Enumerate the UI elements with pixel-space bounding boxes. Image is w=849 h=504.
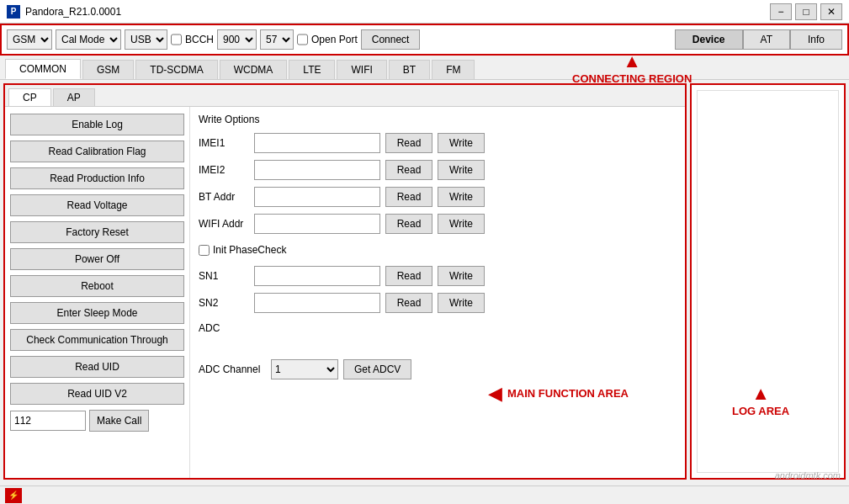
imei2-label: IMEI2 <box>199 164 249 176</box>
left-panel: CP AP Enable Log Read Calibration Flag R… <box>3 83 687 480</box>
gsm-select[interactable]: GSM <box>7 29 52 50</box>
factory-reset-button[interactable]: Factory Reset <box>10 221 184 243</box>
sn1-row: SN1 Read Write <box>199 265 677 287</box>
cal-mode-select[interactable]: Cal Mode <box>56 29 121 50</box>
sn1-input[interactable] <box>254 266 380 286</box>
reboot-button[interactable]: Reboot <box>10 275 184 297</box>
sn2-read-button[interactable]: Read <box>385 293 432 313</box>
init-phase-checkbox[interactable] <box>199 245 210 256</box>
write-options-panel: Write Options IMEI1 Read Write IMEI2 Rea… <box>190 107 685 478</box>
bt-addr-input[interactable] <box>254 187 380 207</box>
maximize-button[interactable]: □ <box>795 3 817 20</box>
bcch-value-select[interactable]: 900 <box>217 29 257 50</box>
sub-tabs: CP AP <box>5 85 685 107</box>
enable-log-button[interactable]: Enable Log <box>10 114 184 135</box>
read-production-info-button[interactable]: Read Production Info <box>10 167 184 189</box>
bottom-bar: ⚡ <box>0 485 849 504</box>
bt-addr-label: BT Addr <box>199 191 249 203</box>
imei1-input[interactable] <box>254 133 380 153</box>
connect-button[interactable]: Connect <box>361 29 421 50</box>
sn2-input[interactable] <box>254 293 380 313</box>
imei2-read-button[interactable]: Read <box>385 160 432 180</box>
wifi-addr-row: WIFI Addr Read Write <box>199 213 677 235</box>
tab-td-scdma[interactable]: TD-SCDMA <box>135 60 217 79</box>
button-column: Enable Log Read Calibration Flag Read Pr… <box>5 107 190 478</box>
watermark: androidmtk.com <box>775 470 841 480</box>
channel-select[interactable]: 57 <box>260 29 294 50</box>
main-area: CP AP Enable Log Read Calibration Flag R… <box>0 80 849 483</box>
usb-select[interactable]: USB <box>125 29 167 50</box>
write-options-title: Write Options <box>199 114 677 125</box>
sn1-label: SN1 <box>199 270 249 282</box>
init-phase-label: Init PhaseCheck <box>213 244 286 256</box>
tab-gsm[interactable]: GSM <box>82 60 134 79</box>
sn2-row: SN2 Read Write <box>199 292 677 314</box>
sn2-label: SN2 <box>199 297 249 309</box>
read-calibration-flag-button[interactable]: Read Calibration Flag <box>10 141 184 162</box>
toolbar: GSM Cal Mode USB BCCH 900 57 Open Port C… <box>0 24 849 56</box>
bcch-checkbox[interactable] <box>171 29 182 50</box>
at-button[interactable]: AT <box>743 29 790 50</box>
subtab-cp[interactable]: CP <box>8 88 51 106</box>
imei1-label: IMEI1 <box>199 137 249 149</box>
imei1-write-button[interactable]: Write <box>438 133 485 153</box>
enter-sleep-mode-button[interactable]: Enter Sleep Mode <box>10 302 184 324</box>
right-panel <box>690 83 846 480</box>
usb-icon: ⚡ <box>5 488 22 503</box>
read-uid-button[interactable]: Read UID <box>10 356 184 378</box>
tab-wifi[interactable]: WIFI <box>337 60 386 79</box>
imei1-read-button[interactable]: Read <box>385 133 432 153</box>
power-off-button[interactable]: Power Off <box>10 248 184 270</box>
subtab-ap[interactable]: AP <box>53 88 95 106</box>
tab-wcdma[interactable]: WCDMA <box>220 60 288 79</box>
bt-addr-read-button[interactable]: Read <box>385 187 432 207</box>
wifi-addr-write-button[interactable]: Write <box>438 214 485 234</box>
phone-row: Make Call <box>10 410 184 432</box>
open-port-checkbox[interactable] <box>297 29 308 50</box>
app-icon: P <box>7 5 20 19</box>
imei2-row: IMEI2 Read Write <box>199 159 677 181</box>
bt-addr-write-button[interactable]: Write <box>438 187 485 207</box>
log-area <box>697 90 839 473</box>
imei2-input[interactable] <box>254 160 380 180</box>
adc-channel-select[interactable]: 1 <box>271 359 338 379</box>
info-button[interactable]: Info <box>790 29 842 50</box>
wifi-addr-read-button[interactable]: Read <box>385 214 432 234</box>
minimize-button[interactable]: − <box>770 3 792 20</box>
bt-addr-row: BT Addr Read Write <box>199 186 677 208</box>
init-phase-row: Init PhaseCheck <box>199 240 677 260</box>
open-port-label: Open Port <box>311 34 358 45</box>
sn2-write-button[interactable]: Write <box>438 293 485 313</box>
tab-lte[interactable]: LTE <box>289 60 335 79</box>
make-call-button[interactable]: Make Call <box>89 410 149 432</box>
get-adcv-button[interactable]: Get ADCV <box>343 359 411 379</box>
adc-section: ADC ADC Channel 1 Get ADCV <box>199 322 677 379</box>
adc-channel-label: ADC Channel <box>199 363 266 375</box>
tab-fm[interactable]: FM <box>432 60 475 79</box>
imei2-write-button[interactable]: Write <box>438 160 485 180</box>
title-bar: P Pandora_R21.0.0001 − □ ✕ <box>0 0 849 24</box>
adc-label: ADC <box>199 322 677 334</box>
check-communication-button[interactable]: Check Communication Through <box>10 329 184 351</box>
tab-bt[interactable]: BT <box>389 60 430 79</box>
close-button[interactable]: ✕ <box>820 3 842 20</box>
read-voltage-button[interactable]: Read Voltage <box>10 194 184 216</box>
wifi-addr-input[interactable] <box>254 214 380 234</box>
app-title: Pandora_R21.0.0001 <box>25 6 121 18</box>
bcch-label: BCCH <box>185 34 214 45</box>
read-uid-v2-button[interactable]: Read UID V2 <box>10 383 184 405</box>
device-button[interactable]: Device <box>675 29 743 50</box>
sn1-write-button[interactable]: Write <box>438 266 485 286</box>
phone-input[interactable] <box>10 411 86 431</box>
tab-common[interactable]: COMMON <box>5 59 81 79</box>
main-tabs: COMMON GSM TD-SCDMA WCDMA LTE WIFI BT FM <box>0 56 849 80</box>
imei1-row: IMEI1 Read Write <box>199 132 677 154</box>
wifi-addr-label: WIFI Addr <box>199 218 249 230</box>
sn1-read-button[interactable]: Read <box>385 266 432 286</box>
